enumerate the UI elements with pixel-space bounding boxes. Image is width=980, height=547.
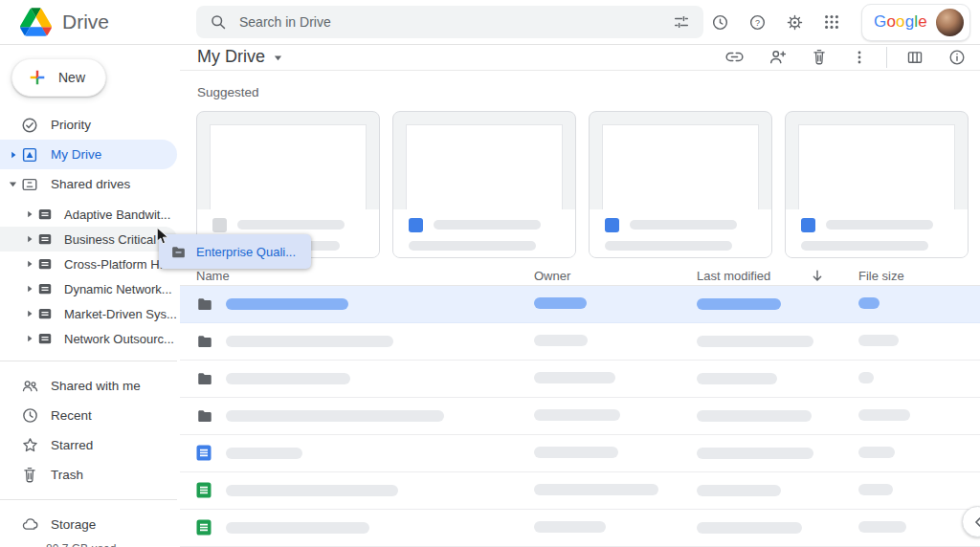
chevron-down-icon: [274, 54, 282, 62]
table-row[interactable]: [180, 361, 980, 398]
file-thumbnail: [406, 124, 563, 209]
skeleton-size: [858, 447, 895, 458]
skeleton-name: [226, 485, 398, 496]
top-bar: Drive Search in Drive ? Google: [0, 0, 980, 45]
sidebar-item-shared-with-me[interactable]: Shared with me: [0, 371, 180, 401]
skeleton-owner: [534, 297, 587, 309]
drag-tooltip-label: Enterprise Quali...: [196, 245, 296, 259]
toolbar-divider: [886, 47, 887, 68]
column-header-owner[interactable]: Owner: [534, 269, 697, 283]
sidebar-item-label: Starred: [51, 438, 93, 452]
table-row[interactable]: [180, 398, 980, 435]
sidebar-item-storage[interactable]: Storage: [0, 510, 180, 539]
skeleton-name: [226, 448, 302, 459]
sidebar-item-trash[interactable]: Trash: [0, 460, 180, 490]
trash-icon: [21, 466, 39, 484]
shared-drive-label: Dynamic Network...: [64, 282, 172, 296]
avatar[interactable]: [936, 9, 964, 36]
shared-drive-label: Cross-Platform H...: [64, 257, 170, 272]
sidebar-item-label: My Drive: [51, 147, 101, 162]
shared-drive-label: Network Outsourc...: [64, 332, 174, 346]
sidebar-item-label: Priority: [51, 118, 91, 132]
suggested-file-card[interactable]: [589, 111, 772, 258]
shared-drive-item[interactable]: Dynamic Network...: [0, 276, 180, 301]
sort-arrow-down-icon[interactable]: [811, 269, 824, 282]
table-row[interactable]: [180, 323, 980, 361]
skeleton-owner: [534, 372, 615, 383]
file-type-icon: [801, 218, 815, 232]
toolbar: [724, 47, 967, 68]
shared-drive-item[interactable]: Network Outsourc...: [0, 326, 180, 351]
page-title: My Drive: [197, 47, 265, 67]
drive-box-icon: [21, 146, 39, 164]
expand-caret-icon[interactable]: [5, 151, 21, 159]
more-options-icon[interactable]: [851, 49, 868, 66]
suggested-file-card[interactable]: [392, 111, 576, 258]
google-account-chip[interactable]: Google: [861, 4, 970, 41]
shared-drive-item[interactable]: Business Critical L...: [0, 227, 177, 252]
sidebar-item-label: Recent: [51, 408, 92, 423]
skeleton-modified: [697, 410, 812, 422]
cloud-icon: [21, 515, 39, 534]
skeleton-modified: [697, 373, 777, 384]
skeleton-modified: [697, 298, 781, 310]
sidebar-item-my-drive[interactable]: My Drive: [0, 140, 177, 169]
add-person-icon[interactable]: [768, 47, 788, 67]
sidebar-item-priority[interactable]: Priority: [0, 110, 180, 140]
drive-home-link[interactable]: Drive: [0, 8, 180, 36]
apps-grid-icon[interactable]: [823, 13, 840, 31]
expand-caret-icon[interactable]: [5, 180, 21, 188]
column-header-size[interactable]: File size: [858, 269, 980, 283]
expand-caret-icon[interactable]: [23, 310, 35, 317]
offline-status-icon[interactable]: [711, 13, 729, 32]
sidebar-item-shared-drives[interactable]: Shared drives: [0, 169, 180, 199]
table-header: Name Owner Last modified File size: [180, 267, 980, 286]
expand-caret-icon[interactable]: [23, 285, 35, 293]
sidebar-item-starred[interactable]: Starred: [0, 430, 180, 460]
shared-drive-icon: [37, 331, 54, 346]
expand-caret-icon[interactable]: [23, 335, 35, 342]
sidebar-divider: [0, 499, 177, 500]
info-icon[interactable]: [947, 48, 967, 67]
search-options-icon[interactable]: [673, 13, 690, 31]
shared-drive-item[interactable]: Adaptive Bandwit...: [0, 202, 180, 227]
sidebar-divider: [0, 361, 177, 361]
expand-caret-icon[interactable]: [23, 210, 35, 218]
suggested-file-card[interactable]: [785, 111, 969, 258]
table-row[interactable]: [180, 510, 980, 547]
file-type-icon: [605, 218, 619, 232]
skeleton-name: [226, 336, 393, 347]
column-header-name[interactable]: Name: [196, 269, 534, 283]
drive-logo-icon: [20, 8, 52, 36]
file-type-icon: [212, 218, 227, 232]
skeleton-owner: [534, 484, 658, 495]
new-plus-icon: [27, 67, 48, 88]
trash-icon[interactable]: [811, 48, 828, 66]
card-footer: [393, 209, 575, 257]
table-row[interactable]: [180, 286, 980, 323]
page-title-dropdown[interactable]: My Drive: [197, 47, 282, 67]
new-button[interactable]: New: [11, 58, 106, 97]
help-icon[interactable]: ?: [748, 13, 767, 32]
sidebar-item-recent[interactable]: Recent: [0, 401, 180, 430]
shared-drive-icon: [37, 306, 54, 321]
folder-icon: [196, 295, 213, 313]
main-shell: New Priority My Drive Shared drives Adap…: [0, 45, 980, 547]
expand-caret-icon[interactable]: [23, 235, 35, 243]
link-icon[interactable]: [724, 47, 745, 67]
google-logo: Google: [874, 12, 927, 32]
table-row[interactable]: [180, 472, 980, 510]
skeleton-owner: [534, 335, 588, 346]
shared-drive-item[interactable]: Market-Driven Sys...: [0, 301, 180, 326]
skeleton-size: [858, 297, 880, 309]
search-input[interactable]: Search in Drive: [196, 6, 703, 38]
grid-view-icon[interactable]: [905, 48, 924, 67]
star-icon: [21, 436, 39, 454]
shared-folder-icon: [170, 244, 187, 260]
shared-drive-item[interactable]: Cross-Platform H...: [0, 252, 180, 276]
table-row[interactable]: [180, 435, 980, 472]
column-header-modified[interactable]: Last modified: [697, 269, 858, 283]
search-icon[interactable]: [210, 13, 227, 31]
expand-caret-icon[interactable]: [23, 260, 35, 268]
settings-icon[interactable]: [786, 13, 804, 32]
